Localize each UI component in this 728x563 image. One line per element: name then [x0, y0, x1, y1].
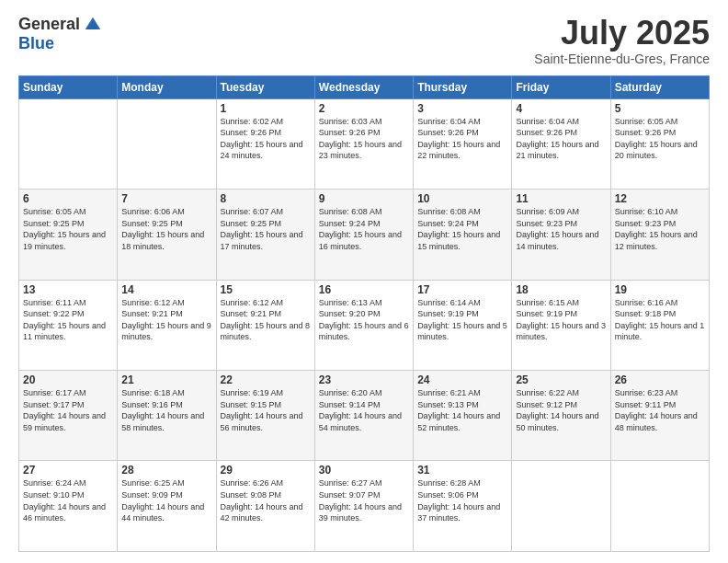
- logo-icon: [84, 16, 102, 34]
- calendar-cell: 23Sunrise: 6:20 AM Sunset: 9:14 PM Dayli…: [314, 371, 413, 461]
- day-info: Sunrise: 6:27 AM Sunset: 9:07 PM Dayligh…: [319, 477, 409, 523]
- calendar-cell: 16Sunrise: 6:13 AM Sunset: 9:20 PM Dayli…: [314, 280, 413, 370]
- calendar-cell: 25Sunrise: 6:22 AM Sunset: 9:12 PM Dayli…: [512, 371, 610, 461]
- day-info: Sunrise: 6:21 AM Sunset: 9:13 PM Dayligh…: [417, 387, 507, 433]
- day-info: Sunrise: 6:25 AM Sunset: 9:09 PM Dayligh…: [121, 477, 211, 523]
- day-number: 19: [615, 283, 705, 296]
- calendar-cell: 11Sunrise: 6:09 AM Sunset: 9:23 PM Dayli…: [512, 190, 610, 280]
- day-number: 3: [417, 102, 507, 115]
- day-number: 20: [23, 373, 113, 386]
- day-number: 5: [615, 102, 705, 115]
- calendar-cell: 10Sunrise: 6:08 AM Sunset: 9:24 PM Dayli…: [414, 190, 512, 280]
- day-info: Sunrise: 6:11 AM Sunset: 9:22 PM Dayligh…: [23, 297, 113, 343]
- day-info: Sunrise: 6:04 AM Sunset: 9:26 PM Dayligh…: [417, 116, 507, 162]
- calendar-cell: 21Sunrise: 6:18 AM Sunset: 9:16 PM Dayli…: [118, 371, 216, 461]
- calendar-cell: 4Sunrise: 6:04 AM Sunset: 9:26 PM Daylig…: [512, 98, 610, 189]
- day-info: Sunrise: 6:07 AM Sunset: 9:25 PM Dayligh…: [221, 206, 311, 252]
- calendar-cell: 18Sunrise: 6:15 AM Sunset: 9:19 PM Dayli…: [512, 280, 610, 370]
- subtitle: Saint-Etienne-du-Gres, France: [534, 52, 710, 66]
- day-info: Sunrise: 6:17 AM Sunset: 9:17 PM Dayligh…: [23, 387, 113, 433]
- day-info: Sunrise: 6:09 AM Sunset: 9:23 PM Dayligh…: [516, 206, 606, 252]
- day-number: 17: [417, 283, 507, 296]
- calendar-cell: 12Sunrise: 6:10 AM Sunset: 9:23 PM Dayli…: [610, 190, 709, 280]
- day-number: 11: [516, 192, 606, 205]
- calendar-week-2: 6Sunrise: 6:05 AM Sunset: 9:25 PM Daylig…: [19, 190, 710, 280]
- calendar-cell: [118, 98, 216, 189]
- title-area: July 2025 Saint-Etienne-du-Gres, France: [534, 15, 710, 66]
- day-number: 14: [121, 283, 211, 296]
- calendar-week-4: 20Sunrise: 6:17 AM Sunset: 9:17 PM Dayli…: [19, 371, 710, 461]
- day-info: Sunrise: 6:26 AM Sunset: 9:08 PM Dayligh…: [221, 477, 311, 523]
- day-info: Sunrise: 6:22 AM Sunset: 9:12 PM Dayligh…: [516, 387, 606, 433]
- col-saturday: Saturday: [610, 75, 709, 98]
- day-number: 24: [417, 373, 507, 386]
- calendar-cell: 29Sunrise: 6:26 AM Sunset: 9:08 PM Dayli…: [216, 461, 314, 552]
- day-info: Sunrise: 6:08 AM Sunset: 9:24 PM Dayligh…: [417, 206, 507, 252]
- calendar-cell: 22Sunrise: 6:19 AM Sunset: 9:15 PM Dayli…: [216, 371, 314, 461]
- calendar-cell: 3Sunrise: 6:04 AM Sunset: 9:26 PM Daylig…: [414, 98, 512, 189]
- day-info: Sunrise: 6:10 AM Sunset: 9:23 PM Dayligh…: [615, 206, 705, 252]
- calendar-cell: 15Sunrise: 6:12 AM Sunset: 9:21 PM Dayli…: [216, 280, 314, 370]
- month-title: July 2025: [534, 15, 710, 52]
- day-number: 28: [121, 464, 211, 477]
- calendar-cell: 2Sunrise: 6:03 AM Sunset: 9:26 PM Daylig…: [314, 98, 413, 189]
- day-number: 1: [221, 102, 311, 115]
- col-wednesday: Wednesday: [314, 75, 413, 98]
- calendar-cell: [19, 98, 118, 189]
- day-number: 7: [121, 192, 211, 205]
- day-info: Sunrise: 6:24 AM Sunset: 9:10 PM Dayligh…: [23, 477, 113, 523]
- day-number: 10: [417, 192, 507, 205]
- page: General Blue July 2025 Saint-Etienne-du-…: [0, 0, 728, 563]
- calendar-cell: 31Sunrise: 6:28 AM Sunset: 9:06 PM Dayli…: [414, 461, 512, 552]
- day-number: 27: [23, 464, 113, 477]
- day-info: Sunrise: 6:20 AM Sunset: 9:14 PM Dayligh…: [319, 387, 409, 433]
- calendar-cell: 7Sunrise: 6:06 AM Sunset: 9:25 PM Daylig…: [118, 190, 216, 280]
- calendar-cell: 1Sunrise: 6:02 AM Sunset: 9:26 PM Daylig…: [216, 98, 314, 189]
- calendar-cell: 14Sunrise: 6:12 AM Sunset: 9:21 PM Dayli…: [118, 280, 216, 370]
- calendar-cell: 28Sunrise: 6:25 AM Sunset: 9:09 PM Dayli…: [118, 461, 216, 552]
- day-number: 31: [417, 464, 507, 477]
- calendar-cell: [610, 461, 709, 552]
- day-number: 15: [221, 283, 311, 296]
- logo-blue: Blue: [18, 34, 54, 52]
- calendar-cell: 9Sunrise: 6:08 AM Sunset: 9:24 PM Daylig…: [314, 190, 413, 280]
- calendar-cell: 13Sunrise: 6:11 AM Sunset: 9:22 PM Dayli…: [19, 280, 118, 370]
- calendar-cell: 27Sunrise: 6:24 AM Sunset: 9:10 PM Dayli…: [19, 461, 118, 552]
- calendar-cell: 6Sunrise: 6:05 AM Sunset: 9:25 PM Daylig…: [19, 190, 118, 280]
- day-number: 18: [516, 283, 606, 296]
- day-number: 8: [221, 192, 311, 205]
- logo-general: General: [18, 15, 80, 34]
- day-number: 13: [23, 283, 113, 296]
- calendar-header-row: Sunday Monday Tuesday Wednesday Thursday…: [19, 75, 710, 98]
- day-number: 25: [516, 373, 606, 386]
- calendar-cell: 19Sunrise: 6:16 AM Sunset: 9:18 PM Dayli…: [610, 280, 709, 370]
- calendar-cell: 5Sunrise: 6:05 AM Sunset: 9:26 PM Daylig…: [610, 98, 709, 189]
- day-info: Sunrise: 6:19 AM Sunset: 9:15 PM Dayligh…: [221, 387, 311, 433]
- day-info: Sunrise: 6:06 AM Sunset: 9:25 PM Dayligh…: [121, 206, 211, 252]
- day-info: Sunrise: 6:03 AM Sunset: 9:26 PM Dayligh…: [319, 116, 409, 162]
- day-info: Sunrise: 6:18 AM Sunset: 9:16 PM Dayligh…: [121, 387, 211, 433]
- day-number: 16: [319, 283, 409, 296]
- calendar-week-5: 27Sunrise: 6:24 AM Sunset: 9:10 PM Dayli…: [19, 461, 710, 552]
- calendar-table: Sunday Monday Tuesday Wednesday Thursday…: [18, 75, 710, 552]
- day-info: Sunrise: 6:08 AM Sunset: 9:24 PM Dayligh…: [319, 206, 409, 252]
- calendar-cell: 30Sunrise: 6:27 AM Sunset: 9:07 PM Dayli…: [314, 461, 413, 552]
- day-info: Sunrise: 6:16 AM Sunset: 9:18 PM Dayligh…: [615, 297, 705, 343]
- day-info: Sunrise: 6:13 AM Sunset: 9:20 PM Dayligh…: [319, 297, 409, 343]
- day-number: 9: [319, 192, 409, 205]
- day-info: Sunrise: 6:02 AM Sunset: 9:26 PM Dayligh…: [221, 116, 311, 162]
- day-number: 29: [221, 464, 311, 477]
- day-info: Sunrise: 6:05 AM Sunset: 9:25 PM Dayligh…: [23, 206, 113, 252]
- day-info: Sunrise: 6:12 AM Sunset: 9:21 PM Dayligh…: [221, 297, 311, 343]
- day-number: 12: [615, 192, 705, 205]
- calendar-cell: 8Sunrise: 6:07 AM Sunset: 9:25 PM Daylig…: [216, 190, 314, 280]
- col-friday: Friday: [512, 75, 610, 98]
- day-info: Sunrise: 6:14 AM Sunset: 9:19 PM Dayligh…: [417, 297, 507, 343]
- day-info: Sunrise: 6:04 AM Sunset: 9:26 PM Dayligh…: [516, 116, 606, 162]
- calendar-week-1: 1Sunrise: 6:02 AM Sunset: 9:26 PM Daylig…: [19, 98, 710, 189]
- day-number: 23: [319, 373, 409, 386]
- day-number: 22: [221, 373, 311, 386]
- day-number: 6: [23, 192, 113, 205]
- calendar-cell: 20Sunrise: 6:17 AM Sunset: 9:17 PM Dayli…: [19, 371, 118, 461]
- day-number: 26: [615, 373, 705, 386]
